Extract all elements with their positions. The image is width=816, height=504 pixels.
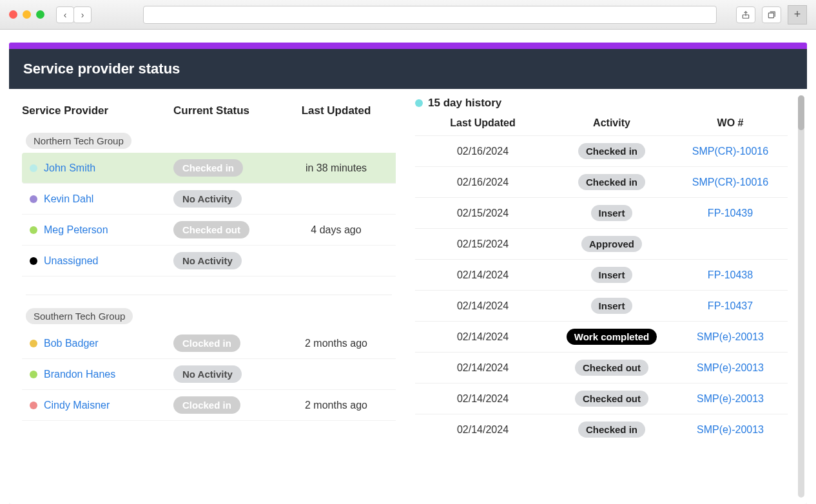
history-row: 02/15/2024InsertFP-10439 [415,197,788,228]
provider-groups: Northern Tech GroupJohn SmithChecked ini… [22,129,396,421]
history-activity-cell: Insert [550,298,673,314]
history-wo-cell: FP-10438 [673,269,788,281]
history-wo-cell: SMP(e)-20013 [673,393,788,405]
group-chip[interactable]: Northern Tech Group [26,133,131,149]
group-chip[interactable]: Southern Tech Group [26,308,133,324]
provider-status-cell: No Activity [173,252,289,269]
status-dot-icon [30,257,37,265]
history-wo-cell: SMP(e)-20013 [673,362,788,374]
tabs-icon [767,10,776,19]
provider-updated: 2 months ago [289,400,396,411]
close-window-button[interactable] [9,10,17,19]
history-date: 02/14/2024 [415,424,550,436]
provider-row[interactable]: John SmithChecked inin 38 minutes [22,153,396,184]
provider-name[interactable]: John Smith [44,162,95,174]
provider-pane: Service Provider Current Status Last Upd… [9,89,396,504]
provider-row[interactable]: Kevin DahlNo Activity [22,184,396,215]
work-order-link[interactable]: SMP(e)-20013 [697,424,764,435]
status-dot-icon [30,402,37,409]
window-controls [9,10,44,19]
history-activity-cell: Checked out [550,360,673,376]
url-bar[interactable] [143,6,717,24]
provider-row[interactable]: Bob BadgerClocked in2 months ago [22,328,396,359]
provider-name-cell: Meg Peterson [22,224,173,236]
provider-name-cell: Bob Badger [22,338,173,349]
activity-badge: Checked in [578,174,645,190]
work-order-link[interactable]: SMP(e)-20013 [697,331,764,342]
scrollbar-thumb[interactable] [798,95,804,130]
provider-status-cell: No Activity [173,365,289,383]
provider-row[interactable]: UnassignedNo Activity [22,246,396,276]
provider-name[interactable]: Brandon Hanes [44,369,115,380]
provider-name-cell: John Smith [22,162,173,174]
header-current-status: Current Status [173,104,289,117]
provider-name[interactable]: Kevin Dahl [44,193,93,205]
activity-badge: Checked out [575,391,648,407]
history-row: 02/14/2024Checked outSMP(e)-20013 [415,352,788,383]
provider-updated: 4 days ago [289,224,396,236]
provider-table-header: Service Provider Current Status Last Upd… [22,101,396,129]
browser-chrome: ‹ › + [0,0,816,30]
maximize-window-button[interactable] [36,10,44,19]
history-wo-cell: FP-10437 [673,300,788,312]
status-badge: Checked in [173,159,243,177]
header-history-wo: WO # [673,117,788,129]
provider-row[interactable]: Cindy MaisnerClocked in2 months ago [22,390,396,421]
provider-name[interactable]: Meg Peterson [44,224,108,236]
work-order-link[interactable]: FP-10437 [708,300,753,311]
history-row: 02/14/2024InsertFP-10438 [415,259,788,290]
scrollbar[interactable] [798,95,804,498]
provider-status-cell: No Activity [173,190,289,208]
status-dot-icon [30,371,37,378]
new-tab-button[interactable]: + [788,5,807,24]
header-history-updated: Last Updated [415,117,550,129]
provider-row[interactable]: Brandon HanesNo Activity [22,359,396,390]
work-order-link[interactable]: SMP(e)-20013 [697,362,764,373]
history-row: 02/15/2024Approved [415,228,788,259]
work-order-link[interactable]: SMP(CR)-10016 [692,177,768,188]
activity-badge: Checked in [578,422,645,438]
history-activity-cell: Checked in [550,143,673,159]
work-order-link[interactable]: SMP(e)-20013 [697,393,764,404]
status-badge: No Activity [173,190,242,208]
minimize-window-button[interactable] [23,10,31,19]
activity-badge: Insert [591,205,633,221]
history-date: 02/14/2024 [415,331,550,343]
nav-buttons: ‹ › [56,6,92,23]
work-order-link[interactable]: SMP(CR)-10016 [692,146,768,157]
history-pane: 15 day history Last Updated Activity WO … [396,89,807,504]
history-dot-icon [415,99,423,107]
tabs-button[interactable] [762,6,781,23]
history-row: 02/14/2024InsertFP-10437 [415,290,788,321]
provider-name-cell: Cindy Maisner [22,400,173,411]
group-divider [26,295,392,295]
activity-badge: Checked out [575,360,648,376]
status-badge: No Activity [173,252,242,269]
history-wo-cell: SMP(e)-20013 [673,424,788,436]
provider-name-cell: Unassigned [22,255,173,267]
forward-button[interactable]: › [73,6,92,23]
history-row: 02/16/2024Checked inSMP(CR)-10016 [415,166,788,197]
provider-name[interactable]: Unassigned [44,255,99,267]
back-button[interactable]: ‹ [56,6,74,23]
status-badge: Clocked in [173,334,240,352]
history-activity-cell: Insert [550,267,673,283]
provider-name[interactable]: Cindy Maisner [44,400,110,411]
provider-status-cell: Clocked in [173,334,289,352]
work-order-link[interactable]: FP-10439 [708,208,753,218]
provider-name[interactable]: Bob Badger [44,338,99,349]
activity-badge: Work completed [567,329,657,345]
history-activity-cell: Approved [550,236,673,252]
provider-row[interactable]: Meg PetersonChecked out4 days ago [22,215,396,246]
history-row: 02/16/2024Checked inSMP(CR)-10016 [415,135,788,166]
work-order-link[interactable]: FP-10438 [708,269,753,280]
status-dot-icon [30,164,37,172]
history-activity-cell: Checked out [550,391,673,407]
status-badge: Checked out [173,221,249,238]
page-wrap: Service provider status Service Provider… [0,30,816,504]
share-button[interactable] [736,6,755,23]
provider-name-cell: Brandon Hanes [22,369,173,380]
history-wo-cell: FP-10439 [673,208,788,219]
history-title: 15 day history [428,97,501,110]
activity-badge: Insert [591,267,633,283]
